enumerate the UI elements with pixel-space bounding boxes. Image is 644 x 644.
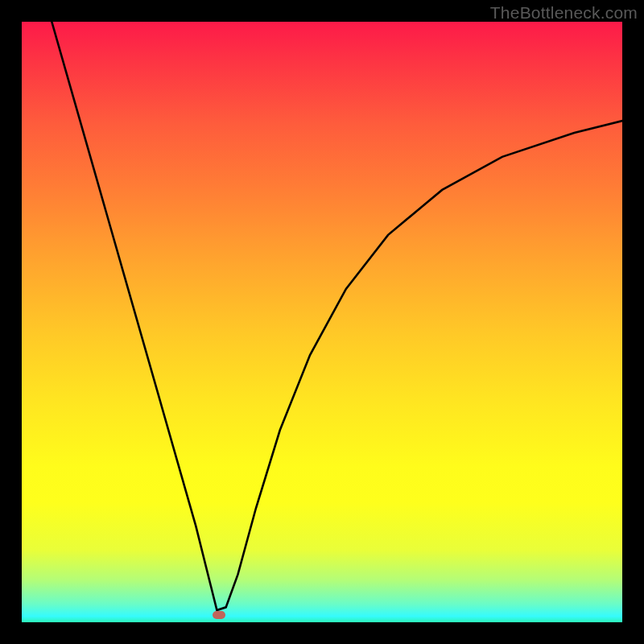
optimal-point-marker bbox=[213, 611, 225, 619]
bottleneck-curve bbox=[22, 22, 622, 622]
plot-area bbox=[22, 22, 622, 622]
chart-frame: TheBottleneck.com bbox=[0, 0, 644, 644]
watermark-text: TheBottleneck.com bbox=[490, 3, 638, 23]
